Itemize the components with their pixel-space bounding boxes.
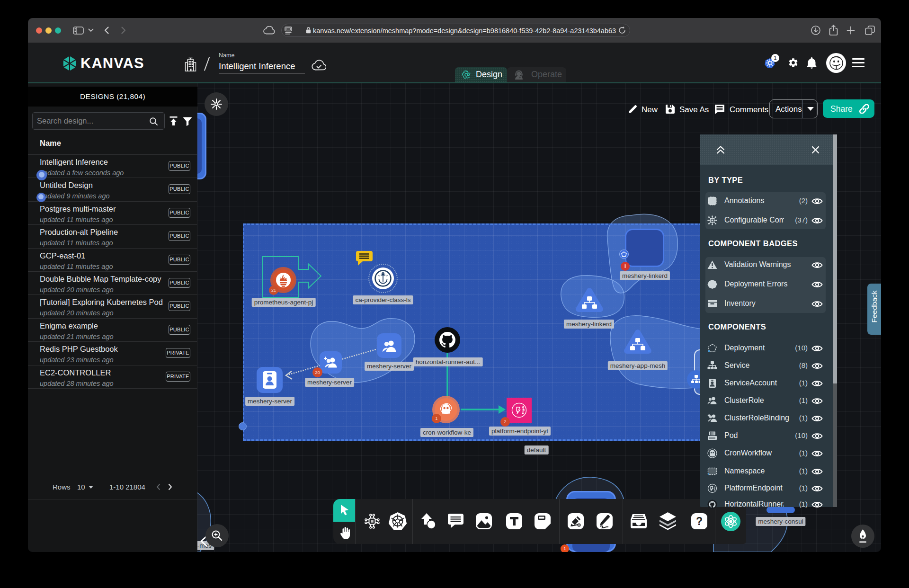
svg-text:?: ? — [696, 515, 703, 527]
